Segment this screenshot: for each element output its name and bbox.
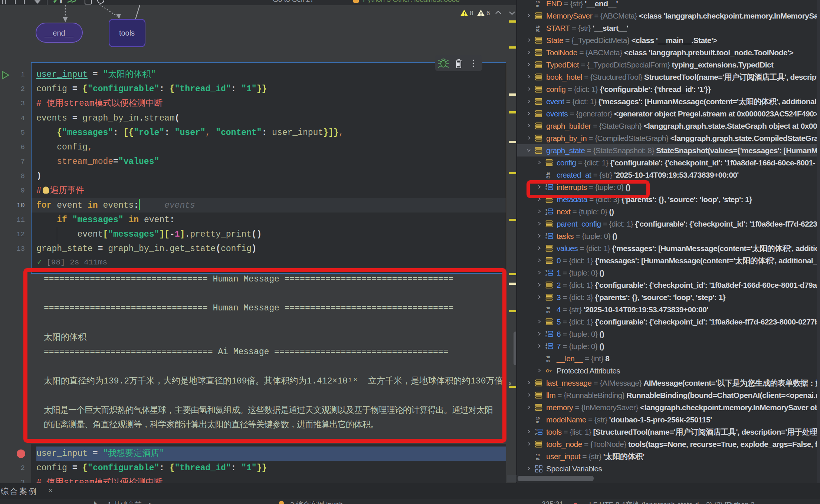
svg-text:1: 1 <box>545 269 547 273</box>
svg-text:1: 1 <box>545 208 547 212</box>
svg-text:1: 1 <box>545 330 547 334</box>
svg-text:01: 01 <box>536 4 540 7</box>
svg-text:1: 1 <box>545 233 547 236</box>
svg-text:2: 2 <box>545 273 547 277</box>
svg-text:1: 1 <box>545 343 547 346</box>
svg-text:01: 01 <box>546 359 550 362</box>
svg-text:__end__: __end__ <box>44 29 74 37</box>
svg-text:6: 6 <box>486 10 490 17</box>
svg-text:01: 01 <box>536 457 540 460</box>
svg-text:01: 01 <box>536 28 540 32</box>
svg-text:01: 01 <box>546 175 550 179</box>
svg-text:2: 2 <box>545 212 547 215</box>
svg-text:2: 2 <box>545 346 547 350</box>
svg-text:8: 8 <box>470 10 473 17</box>
svg-text:01: 01 <box>536 420 540 424</box>
svg-text:01: 01 <box>546 310 550 313</box>
svg-text:2: 2 <box>535 432 537 436</box>
svg-text:tools: tools <box>119 29 135 37</box>
svg-text:2: 2 <box>545 236 547 240</box>
svg-text:1: 1 <box>535 428 537 432</box>
svg-text:2: 2 <box>545 334 547 338</box>
